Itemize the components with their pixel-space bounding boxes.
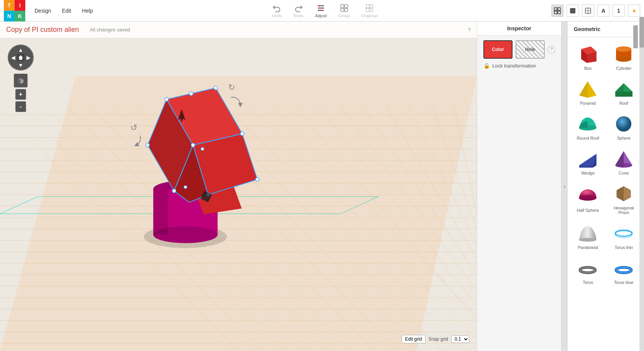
svg-point-100 [255,178,259,181]
shape-item-half-sphere[interactable]: Half Sphere [571,180,605,218]
menu-help[interactable]: Help [77,0,99,21]
grid-view-button[interactable] [551,5,564,17]
inspector-panel: Inspector Color Hole ? 🔒 Lock transforma… [477,21,561,351]
torus-icon [577,257,600,278]
hex-prism-label: Hexagonal Prism [608,206,640,215]
color-button[interactable]: Color [483,40,513,59]
solid-view-button[interactable] [567,5,579,17]
cone-label: Cone [619,171,629,175]
svg-rect-11 [370,5,373,8]
help-icon[interactable]: ? [468,27,471,33]
project-title: Copy of PI custom alien [6,26,79,34]
logo[interactable]: T I N K [4,0,25,21]
svg-rect-75 [153,189,168,235]
inspector-help-icon[interactable]: ? [548,46,555,53]
svg-rect-7 [345,5,348,8]
zoom-in-button[interactable]: + [15,89,26,100]
half-sphere-icon [577,185,600,206]
round-roof-icon [577,113,600,134]
menu-edit[interactable]: Edit [57,0,77,21]
svg-point-103 [189,92,193,96]
svg-rect-8 [341,8,344,12]
shape-panel-scrollbar[interactable] [639,21,644,351]
shape-item-sphere[interactable]: Sphere [607,110,641,143]
shape-item-wedge[interactable]: Wedge [571,145,605,178]
svg-rect-9 [345,8,348,12]
wireframe-view-button[interactable] [582,5,594,17]
shape-item-cone[interactable]: Cone [607,145,641,178]
undo-button[interactable]: Undo [272,3,282,18]
cylinder-label: Cylinder [616,66,631,71]
svg-point-102 [184,186,187,189]
redo-button[interactable]: Redo [294,3,304,18]
svg-point-94 [214,86,218,90]
count-view-button[interactable]: 1 [613,5,625,17]
shape-item-torus-blue[interactable]: Torus blue [607,254,641,288]
svg-rect-6 [341,5,344,8]
lock-row: 🔒 Lock transformation [483,63,555,69]
zoom-out-button[interactable]: - [15,101,26,112]
svg-point-93 [164,97,168,101]
lock-icon: 🔒 [483,63,490,69]
rotate-top-arrow[interactable]: ↻ [228,82,235,92]
edit-grid-button[interactable]: Edit grid [402,335,426,343]
shape-item-paraboloid[interactable]: Paraboloid [571,219,605,253]
toolbar-right: A 1 ★ [551,5,640,17]
svg-rect-17 [558,11,560,14]
svg-rect-13 [370,8,373,12]
shape-item-box[interactable]: Box [571,40,605,74]
rotate-left-arrow[interactable]: ↺ [130,123,137,133]
box-label: Box [584,66,591,71]
group-button[interactable]: Group [338,3,350,18]
svg-marker-135 [617,186,624,201]
round-roof-label: Round Roof [577,136,599,140]
svg-point-101 [201,147,204,150]
home-icon[interactable] [17,54,25,61]
box-icon [577,43,600,64]
wedge-label: Wedge [581,171,595,175]
pan-control[interactable]: ▲ ◀ ▶ ▼ [8,44,34,71]
topbar: T I N K Design Edit Help Undo Redo [0,0,644,21]
shape-item-hex-prism[interactable]: Hexagonal Prism [607,180,641,218]
nav-controls: ▲ ◀ ▶ ▼ + - [8,44,34,112]
svg-point-137 [579,238,596,242]
ungroup-button[interactable]: Ungroup [361,3,378,18]
svg-marker-131 [615,151,624,167]
scroll-thumb[interactable] [639,21,644,48]
hex-prism-icon [612,183,635,204]
svg-point-97 [146,143,150,147]
shape-item-roof[interactable]: Roof [607,75,641,109]
svg-marker-119 [588,81,596,98]
svg-rect-14 [554,8,557,10]
svg-rect-123 [615,92,632,97]
panel-toggle[interactable]: › [561,21,567,351]
torus-blue-icon [612,257,635,278]
svg-point-115 [616,56,631,62]
svg-rect-15 [558,8,560,10]
svg-point-3 [319,5,320,7]
text-view-button[interactable]: A [597,5,610,17]
cone-icon [612,148,635,169]
shape-item-torus[interactable]: Torus [571,254,605,288]
roof-icon [612,78,635,99]
svg-rect-18 [570,8,575,13]
star-button[interactable]: ★ [628,5,640,17]
torus-thin-label: Torus thin [614,245,633,250]
roof-label: Roof [619,101,628,105]
snap-select[interactable]: 0.1 0.5 1.0 [451,335,469,343]
adjust-button[interactable]: Adjust [315,3,327,18]
canvas-area[interactable]: Copy of PI custom alien All changes save… [0,21,477,351]
shape-item-pyramid[interactable]: Pyramid [571,75,605,109]
svg-point-95 [240,132,244,136]
svg-marker-118 [579,81,588,98]
shape-item-round-roof[interactable]: Round Roof [571,110,605,143]
snap-label: Snap grid [429,336,448,342]
svg-rect-16 [554,11,557,14]
menu-design[interactable]: Design [29,0,57,21]
shape-item-torus-thin[interactable]: Torus thin [607,219,641,253]
sphere-label: Sphere [617,136,631,140]
bottom-bar: Edit grid Snap grid 0.1 0.5 1.0 [402,335,469,343]
hole-button[interactable]: Hole [516,40,545,59]
view-cube-button[interactable] [14,74,28,87]
svg-marker-106 [18,55,23,60]
